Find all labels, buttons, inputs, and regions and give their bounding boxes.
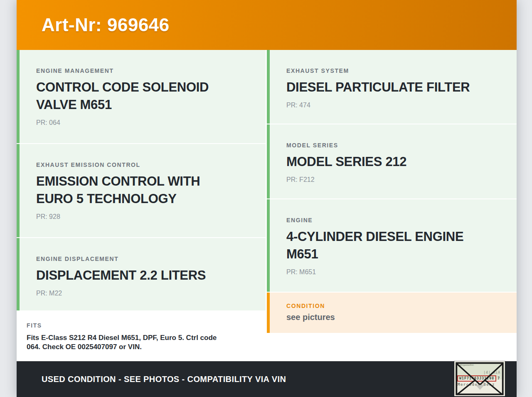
spec-card-pr-code: PR: M651: [286, 268, 500, 276]
spec-card-label: ENGINE MANAGEMENT: [36, 67, 249, 74]
spec-card-exhaust-emission-control: EXHAUST EMISSION CONTROL EMISSION CONTRO…: [17, 144, 266, 237]
spec-card-model-series: MODEL SERIES MODEL SERIES 212 PR: F212: [267, 124, 517, 198]
spec-card-pr-code: PR: 064: [36, 119, 249, 127]
spec-card-label: MODEL SERIES: [286, 142, 500, 149]
spec-card-pr-code: PR: 474: [286, 102, 500, 109]
spec-card-label: EXHAUST EMISSION CONTROL: [36, 161, 249, 168]
spec-card-title: 4-CYLINDER DIESEL ENGINE M651: [286, 228, 500, 263]
spec-card-engine: ENGINE 4-CYLINDER DIESEL ENGINE M651 PR:…: [267, 199, 517, 292]
left-column: ENGINE MANAGEMENT CONTROL CODE SOLENOID …: [17, 50, 266, 360]
spec-card-title: DIESEL PARTICULATE FILTER: [286, 79, 500, 96]
spec-card-engine-displacement: ENGINE DISPLACEMENT DISPLACEMENT 2.2 LIT…: [17, 238, 266, 310]
article-number-title: Art-Nr: 969646: [42, 15, 170, 35]
spec-card-pr-code: PR: M22: [36, 290, 249, 297]
page-footer: USED CONDITION - SEE PHOTOS - COMPATIBIL…: [17, 361, 517, 397]
spec-card-exhaust-system: EXHAUST SYSTEM DIESEL PARTICULATE FILTER…: [267, 50, 517, 124]
page-header: Art-Nr: 969646: [17, 0, 517, 50]
spec-card-title: CONTROL CODE SOLENOID VALVE M651: [36, 79, 249, 114]
condition-card: CONDITION see pictures: [267, 293, 517, 333]
spec-card-label: ENGINE: [286, 217, 500, 223]
spec-card-pr-code: PR: F212: [286, 176, 500, 184]
fits-label: FITS: [27, 322, 251, 329]
empty-filler: [267, 334, 517, 360]
condition-text: see pictures: [286, 313, 500, 322]
spec-card-label: EXHAUST SYSTEM: [286, 67, 500, 74]
spec-card-pr-code: PR: 928: [36, 213, 249, 221]
footer-banner-text: USED CONDITION - SEE PHOTOS - COMPATIBIL…: [42, 375, 286, 384]
spec-grid: ENGINE MANAGEMENT CONTROL CODE SOLENOID …: [17, 50, 517, 360]
spec-card-title: DISPLACEMENT 2.2 LITERS: [36, 267, 249, 284]
spec-card-engine-management: ENGINE MANAGEMENT CONTROL CODE SOLENOID …: [17, 50, 266, 143]
condition-label: CONDITION: [286, 303, 500, 309]
fits-text: Fits E-Class S212 R4 Diesel M651, DPF, E…: [27, 333, 251, 352]
fits-card: FITS Fits E-Class S212 R4 Diesel M651, D…: [17, 311, 266, 360]
envelope-outline-icon: [455, 362, 504, 395]
registration-document-image: Fahrgestellnr. |4| AiA W1F71463J31298 7 …: [454, 361, 505, 396]
spec-card-label: ENGINE DISPLACEMENT: [36, 256, 249, 262]
spec-card-title: EMISSION CONTROL WITH EURO 5 TECHNOLOGY: [36, 173, 249, 208]
spec-card-title: MODEL SERIES 212: [286, 153, 500, 171]
listing-page: Art-Nr: 969646 ENGINE MANAGEMENT CONTROL…: [17, 0, 517, 397]
right-column: EXHAUST SYSTEM DIESEL PARTICULATE FILTER…: [267, 50, 517, 360]
